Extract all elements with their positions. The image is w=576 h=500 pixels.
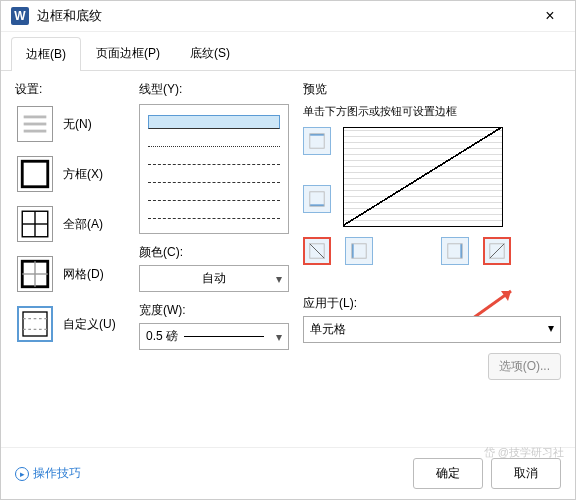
tips-label: 操作技巧	[33, 465, 81, 482]
style-dashed-3[interactable]	[148, 187, 280, 201]
style-column: 线型(Y): 颜色(C): 自动 宽度(W): 0.5 磅	[139, 81, 289, 437]
width-value: 0.5 磅	[146, 328, 178, 345]
preview-column: 预览 单击下方图示或按钮可设置边框 应用于(L): 单元格	[303, 81, 561, 437]
style-solid[interactable]	[148, 115, 280, 129]
setting-grid-label: 网格(D)	[63, 266, 104, 283]
border-right-button[interactable]	[441, 237, 469, 265]
border-bottom-button[interactable]	[303, 185, 331, 213]
svg-rect-2	[24, 130, 47, 133]
border-left-button[interactable]	[345, 237, 373, 265]
width-select[interactable]: 0.5 磅	[139, 323, 289, 350]
dialog-content: 设置: 无(N) 方框(X) 全部(A) 网格(D)	[1, 71, 575, 447]
settings-label: 设置:	[15, 81, 125, 98]
tab-page-borders[interactable]: 页面边框(P)	[81, 36, 175, 70]
tab-page-borders-label: 页面边框(P)	[96, 46, 160, 60]
svg-line-18	[310, 244, 324, 258]
line-style-list[interactable]	[139, 104, 289, 234]
grid-icon	[17, 256, 53, 292]
tab-shading-label: 底纹(S)	[190, 46, 230, 60]
bottom-border-buttons	[303, 237, 561, 265]
color-select[interactable]: 自动	[139, 265, 289, 292]
titlebar: W 边框和底纹 ×	[1, 1, 575, 32]
svg-rect-22	[448, 244, 462, 258]
setting-none-label: 无(N)	[63, 116, 92, 133]
svg-rect-3	[22, 161, 48, 187]
apply-to-value: 单元格	[310, 321, 346, 338]
setting-box-label: 方框(X)	[63, 166, 103, 183]
custom-icon	[17, 306, 53, 342]
cancel-button[interactable]: 取消	[491, 458, 561, 489]
borders-shading-dialog: W 边框和底纹 × 边框(B) 页面边框(P) 底纹(S) 设置: 无(N) 方…	[0, 0, 576, 500]
all-icon	[17, 206, 53, 242]
svg-rect-10	[23, 312, 47, 336]
style-dashed-1[interactable]	[148, 151, 280, 165]
setting-all[interactable]: 全部(A)	[15, 204, 125, 244]
preview-diagram[interactable]	[343, 127, 503, 227]
svg-rect-14	[310, 134, 324, 148]
watermark: 岱 @技学研习社	[484, 445, 564, 460]
color-value: 自动	[202, 270, 226, 287]
options-button: 选项(O)...	[488, 353, 561, 380]
box-icon	[17, 156, 53, 192]
style-dashed-2[interactable]	[148, 169, 280, 183]
tab-shading[interactable]: 底纹(S)	[175, 36, 245, 70]
setting-all-label: 全部(A)	[63, 216, 103, 233]
app-icon: W	[11, 7, 29, 25]
dialog-title: 边框和底纹	[37, 7, 535, 25]
setting-custom-label: 自定义(U)	[63, 316, 116, 333]
style-label: 线型(Y):	[139, 81, 289, 98]
setting-custom[interactable]: 自定义(U)	[15, 304, 125, 344]
tab-bar: 边框(B) 页面边框(P) 底纹(S)	[1, 36, 575, 71]
settings-list: 无(N) 方框(X) 全部(A) 网格(D) 自定义(U)	[15, 104, 125, 344]
color-group: 颜色(C): 自动	[139, 244, 289, 292]
tips-link[interactable]: ▸ 操作技巧	[15, 465, 81, 482]
border-diag-up-button[interactable]	[483, 237, 511, 265]
preview-hint: 单击下方图示或按钮可设置边框	[303, 104, 561, 119]
close-button[interactable]: ×	[535, 7, 565, 25]
tab-borders-label: 边框(B)	[26, 47, 66, 61]
tips-icon: ▸	[15, 467, 29, 481]
svg-rect-16	[310, 192, 324, 206]
svg-rect-1	[24, 123, 47, 126]
none-icon	[17, 106, 53, 142]
color-label: 颜色(C):	[139, 244, 289, 261]
style-dashed-4[interactable]	[148, 205, 280, 219]
setting-box[interactable]: 方框(X)	[15, 154, 125, 194]
side-border-buttons	[303, 127, 331, 227]
svg-rect-20	[352, 244, 366, 258]
setting-none[interactable]: 无(N)	[15, 104, 125, 144]
style-dashdot[interactable]	[148, 223, 280, 234]
setting-grid[interactable]: 网格(D)	[15, 254, 125, 294]
svg-rect-0	[24, 116, 47, 119]
apply-to-select[interactable]: 单元格	[303, 316, 561, 343]
apply-to-group: 应用于(L): 单元格	[303, 295, 561, 343]
border-top-button[interactable]	[303, 127, 331, 155]
tab-borders[interactable]: 边框(B)	[11, 37, 81, 71]
width-label: 宽度(W):	[139, 302, 289, 319]
apply-to-label: 应用于(L):	[303, 295, 561, 312]
style-dotted[interactable]	[148, 133, 280, 147]
border-diag-down-button[interactable]	[303, 237, 331, 265]
svg-line-24	[490, 244, 504, 258]
preview-label: 预览	[303, 81, 561, 98]
ok-button[interactable]: 确定	[413, 458, 483, 489]
preview-layout	[303, 127, 561, 227]
width-group: 宽度(W): 0.5 磅	[139, 302, 289, 350]
settings-column: 设置: 无(N) 方框(X) 全部(A) 网格(D)	[15, 81, 125, 437]
